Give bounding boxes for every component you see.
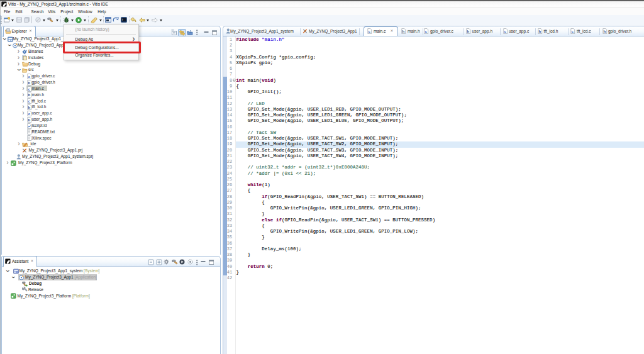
svg-text:h: h: [402, 30, 405, 34]
svg-text:c: c: [572, 30, 574, 34]
svg-text:h: h: [28, 94, 30, 98]
svg-text:c: c: [28, 75, 30, 79]
svg-text:c: c: [425, 30, 428, 34]
svg-text:c: c: [369, 30, 371, 34]
svg-text:c: c: [504, 30, 506, 34]
svg-text:h: h: [28, 106, 30, 110]
svg-text:h: h: [28, 81, 30, 86]
svg-text:h: h: [467, 30, 469, 34]
svg-text:h: h: [539, 30, 541, 34]
svg-text:c: c: [28, 87, 30, 92]
svg-text:h: h: [28, 118, 30, 123]
svg-text:c: c: [28, 99, 30, 104]
svg-text:h: h: [603, 30, 606, 34]
svg-text:c: c: [28, 112, 30, 116]
